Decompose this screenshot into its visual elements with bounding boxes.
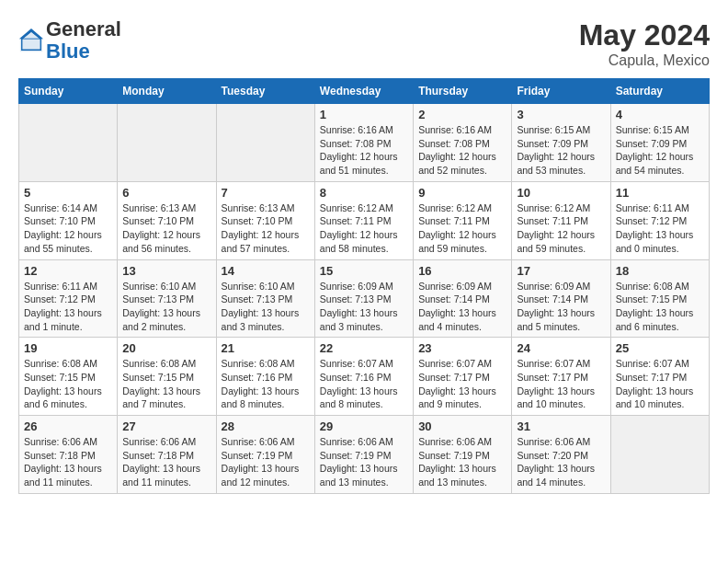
table-row: 1Sunrise: 6:16 AMSunset: 7:08 PMDaylight… (314, 104, 413, 182)
day-number: 27 (122, 419, 210, 433)
table-row: 27Sunrise: 6:06 AMSunset: 7:18 PMDayligh… (118, 416, 216, 494)
table-row: 15Sunrise: 6:09 AMSunset: 7:13 PMDayligh… (314, 259, 413, 338)
table-row (118, 104, 216, 182)
day-info: Sunrise: 6:06 AMSunset: 7:18 PMDaylight:… (24, 435, 112, 489)
table-row: 19Sunrise: 6:08 AMSunset: 7:15 PMDayligh… (19, 338, 118, 416)
day-info: Sunrise: 6:16 AMSunset: 7:08 PMDaylight:… (418, 123, 506, 178)
day-info: Sunrise: 6:08 AMSunset: 7:15 PMDaylight:… (122, 357, 210, 411)
day-info: Sunrise: 6:06 AMSunset: 7:19 PMDaylight:… (418, 435, 506, 489)
day-number: 31 (517, 419, 605, 433)
table-row: 28Sunrise: 6:06 AMSunset: 7:19 PMDayligh… (216, 416, 314, 494)
logo: General Blue (18, 18, 121, 63)
title-block: May 2024 Capula, Mexico (579, 18, 710, 69)
col-tuesday: Tuesday (216, 79, 314, 104)
day-info: Sunrise: 6:10 AMSunset: 7:13 PMDaylight:… (122, 280, 210, 334)
day-number: 21 (222, 341, 310, 355)
logo-blue-text: Blue (46, 40, 90, 63)
col-friday: Friday (512, 79, 610, 104)
table-row: 21Sunrise: 6:08 AMSunset: 7:16 PMDayligh… (216, 338, 314, 416)
calendar-week-row: 1Sunrise: 6:16 AMSunset: 7:08 PMDaylight… (19, 104, 710, 182)
calendar-week-row: 12Sunrise: 6:11 AMSunset: 7:12 PMDayligh… (19, 259, 710, 338)
day-number: 24 (517, 341, 605, 355)
table-row: 25Sunrise: 6:07 AMSunset: 7:17 PMDayligh… (610, 338, 709, 416)
table-row: 30Sunrise: 6:06 AMSunset: 7:19 PMDayligh… (414, 416, 512, 494)
table-row: 24Sunrise: 6:07 AMSunset: 7:17 PMDayligh… (512, 338, 610, 416)
page-header: General Blue May 2024 Capula, Mexico (18, 18, 710, 69)
day-number: 1 (320, 108, 408, 121)
logo-text: General Blue (46, 18, 121, 63)
day-number: 23 (418, 341, 506, 355)
day-info: Sunrise: 6:15 AMSunset: 7:09 PMDaylight:… (616, 123, 704, 178)
col-saturday: Saturday (610, 79, 709, 104)
table-row: 2Sunrise: 6:16 AMSunset: 7:08 PMDaylight… (414, 104, 512, 182)
day-info: Sunrise: 6:13 AMSunset: 7:10 PMDaylight:… (122, 201, 210, 256)
day-info: Sunrise: 6:08 AMSunset: 7:16 PMDaylight:… (222, 357, 310, 411)
day-number: 7 (222, 186, 310, 200)
table-row: 4Sunrise: 6:15 AMSunset: 7:09 PMDaylight… (610, 104, 709, 182)
table-row: 17Sunrise: 6:09 AMSunset: 7:14 PMDayligh… (512, 259, 610, 338)
svg-marker-0 (20, 29, 42, 52)
month-year-title: May 2024 (579, 18, 710, 52)
day-info: Sunrise: 6:06 AMSunset: 7:19 PMDaylight:… (222, 435, 310, 489)
day-info: Sunrise: 6:09 AMSunset: 7:14 PMDaylight:… (418, 280, 506, 334)
table-row: 14Sunrise: 6:10 AMSunset: 7:13 PMDayligh… (216, 259, 314, 338)
table-row: 23Sunrise: 6:07 AMSunset: 7:17 PMDayligh… (414, 338, 512, 416)
calendar-header-row: Sunday Monday Tuesday Wednesday Thursday… (19, 79, 710, 104)
table-row: 3Sunrise: 6:15 AMSunset: 7:09 PMDaylight… (512, 104, 610, 182)
day-info: Sunrise: 6:14 AMSunset: 7:10 PMDaylight:… (24, 201, 112, 256)
day-info: Sunrise: 6:06 AMSunset: 7:20 PMDaylight:… (517, 435, 605, 489)
col-sunday: Sunday (19, 79, 118, 104)
table-row: 9Sunrise: 6:12 AMSunset: 7:11 PMDaylight… (414, 181, 512, 259)
day-number: 29 (320, 419, 408, 433)
table-row: 12Sunrise: 6:11 AMSunset: 7:12 PMDayligh… (19, 259, 118, 338)
day-number: 8 (320, 186, 408, 200)
day-info: Sunrise: 6:11 AMSunset: 7:12 PMDaylight:… (24, 280, 112, 334)
day-number: 9 (418, 186, 506, 200)
logo-general-text: General (46, 17, 121, 40)
location-subtitle: Capula, Mexico (579, 52, 710, 69)
calendar-week-row: 5Sunrise: 6:14 AMSunset: 7:10 PMDaylight… (19, 181, 710, 259)
day-number: 3 (517, 108, 605, 121)
day-info: Sunrise: 6:16 AMSunset: 7:08 PMDaylight:… (320, 123, 408, 178)
table-row: 18Sunrise: 6:08 AMSunset: 7:15 PMDayligh… (610, 259, 709, 338)
day-info: Sunrise: 6:12 AMSunset: 7:11 PMDaylight:… (418, 201, 506, 256)
day-number: 17 (517, 264, 605, 278)
table-row (610, 416, 709, 494)
day-info: Sunrise: 6:10 AMSunset: 7:13 PMDaylight:… (222, 280, 310, 334)
day-info: Sunrise: 6:12 AMSunset: 7:11 PMDaylight:… (517, 201, 605, 256)
day-info: Sunrise: 6:07 AMSunset: 7:17 PMDaylight:… (616, 357, 704, 411)
logo-icon (18, 28, 44, 53)
table-row: 7Sunrise: 6:13 AMSunset: 7:10 PMDaylight… (216, 181, 314, 259)
table-row: 16Sunrise: 6:09 AMSunset: 7:14 PMDayligh… (414, 259, 512, 338)
table-row: 29Sunrise: 6:06 AMSunset: 7:19 PMDayligh… (314, 416, 413, 494)
table-row: 11Sunrise: 6:11 AMSunset: 7:12 PMDayligh… (610, 181, 709, 259)
day-number: 5 (24, 186, 112, 200)
day-info: Sunrise: 6:09 AMSunset: 7:13 PMDaylight:… (320, 280, 408, 334)
table-row (19, 104, 118, 182)
col-thursday: Thursday (414, 79, 512, 104)
day-number: 22 (320, 341, 408, 355)
day-info: Sunrise: 6:13 AMSunset: 7:10 PMDaylight:… (222, 201, 310, 256)
day-info: Sunrise: 6:15 AMSunset: 7:09 PMDaylight:… (517, 123, 605, 178)
day-number: 30 (418, 419, 506, 433)
day-info: Sunrise: 6:08 AMSunset: 7:15 PMDaylight:… (24, 357, 112, 411)
table-row: 5Sunrise: 6:14 AMSunset: 7:10 PMDaylight… (19, 181, 118, 259)
table-row: 6Sunrise: 6:13 AMSunset: 7:10 PMDaylight… (118, 181, 216, 259)
day-info: Sunrise: 6:06 AMSunset: 7:19 PMDaylight:… (320, 435, 408, 489)
day-info: Sunrise: 6:07 AMSunset: 7:17 PMDaylight:… (517, 357, 605, 411)
day-number: 11 (616, 186, 704, 200)
day-info: Sunrise: 6:07 AMSunset: 7:17 PMDaylight:… (418, 357, 506, 411)
day-number: 4 (616, 108, 704, 121)
table-row: 10Sunrise: 6:12 AMSunset: 7:11 PMDayligh… (512, 181, 610, 259)
day-number: 13 (122, 264, 210, 278)
day-number: 16 (418, 264, 506, 278)
table-row: 31Sunrise: 6:06 AMSunset: 7:20 PMDayligh… (512, 416, 610, 494)
day-number: 20 (122, 341, 210, 355)
table-row (216, 104, 314, 182)
table-row: 8Sunrise: 6:12 AMSunset: 7:11 PMDaylight… (314, 181, 413, 259)
table-row: 26Sunrise: 6:06 AMSunset: 7:18 PMDayligh… (19, 416, 118, 494)
day-number: 2 (418, 108, 506, 121)
day-info: Sunrise: 6:12 AMSunset: 7:11 PMDaylight:… (320, 201, 408, 256)
table-row: 20Sunrise: 6:08 AMSunset: 7:15 PMDayligh… (118, 338, 216, 416)
day-number: 12 (24, 264, 112, 278)
